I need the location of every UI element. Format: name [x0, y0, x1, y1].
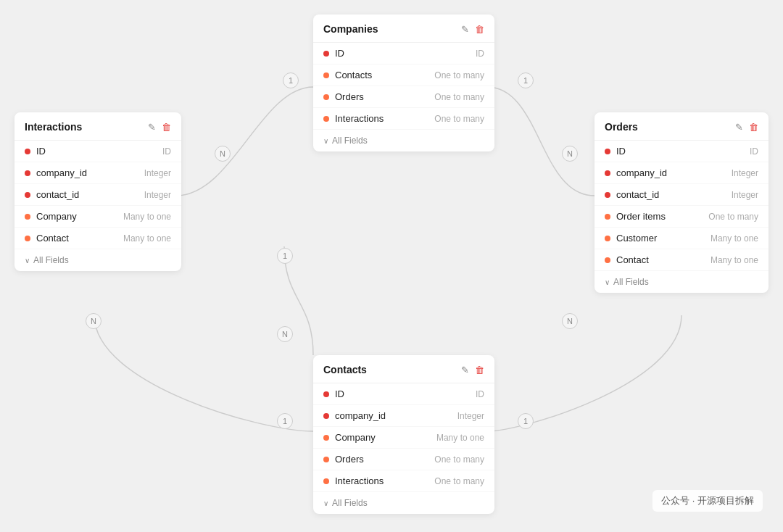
- dot: [605, 214, 610, 220]
- contacts-field-id: ID ID: [313, 383, 494, 405]
- dot: [323, 51, 329, 57]
- interactions-header: Interactions ✎ 🗑: [14, 112, 181, 141]
- dot: [25, 214, 30, 220]
- orders-header: Orders ✎ 🗑: [594, 112, 768, 141]
- companies-actions: ✎ 🗑: [461, 24, 484, 35]
- interactions-title: Interactions: [25, 121, 82, 133]
- node-label-1a: 1: [283, 72, 299, 88]
- orders-field-id: ID ID: [594, 141, 768, 162]
- dot: [605, 192, 610, 198]
- dot: [323, 116, 329, 122]
- interactions-all-fields[interactable]: ∨ All Fields: [14, 249, 181, 271]
- companies-header: Companies ✎ 🗑: [313, 14, 494, 43]
- interactions-dot-id: [25, 149, 30, 154]
- companies-delete-icon[interactable]: 🗑: [475, 24, 484, 35]
- orders-field-contact: Contact Many to one: [594, 249, 768, 271]
- orders-all-fields[interactable]: ∨ All Fields: [594, 271, 768, 293]
- companies-field-id: ID ID: [313, 43, 494, 65]
- dot: [323, 72, 329, 78]
- companies-field-orders: Orders One to many: [313, 86, 494, 108]
- companies-edit-icon[interactable]: ✎: [461, 24, 469, 35]
- node-label-nb: N: [562, 146, 578, 162]
- contacts-delete-icon[interactable]: 🗑: [475, 365, 484, 375]
- interactions-field-company: Company Many to one: [14, 206, 181, 228]
- companies-field-contacts: Contacts One to many: [313, 65, 494, 86]
- dot: [323, 391, 329, 397]
- watermark: 公众号 · 开源项目拆解: [652, 490, 763, 512]
- contacts-actions: ✎ 🗑: [461, 365, 484, 375]
- dot: [605, 149, 610, 154]
- dot: [25, 192, 30, 198]
- interactions-field-company-id: company_id Integer: [14, 162, 181, 184]
- orders-delete-icon[interactable]: 🗑: [749, 122, 758, 133]
- dot: [323, 457, 329, 462]
- dot: [605, 236, 610, 241]
- contacts-field-orders: Orders One to many: [313, 449, 494, 470]
- contacts-chevron-icon: ∨: [323, 499, 328, 507]
- interactions-delete-icon[interactable]: 🗑: [162, 122, 171, 133]
- node-label-nd2: N: [86, 313, 102, 329]
- contacts-field-interactions: Interactions One to many: [313, 470, 494, 492]
- companies-chevron-icon: ∨: [323, 137, 328, 145]
- orders-card: Orders ✎ 🗑 ID ID company_id Integer cont…: [594, 112, 768, 293]
- dot: [323, 478, 329, 484]
- node-label-1c: 1: [277, 248, 293, 264]
- companies-field-interactions: Interactions One to many: [313, 108, 494, 130]
- interactions-chevron-icon: ∨: [25, 257, 30, 265]
- dot: [323, 435, 329, 441]
- node-label-1e: 1: [518, 413, 534, 429]
- contacts-card: Contacts ✎ 🗑 ID ID company_id Integer Co…: [313, 355, 494, 514]
- node-label-nc: N: [277, 326, 293, 342]
- companies-card: Companies ✎ 🗑 ID ID Contacts One to many…: [313, 14, 494, 151]
- companies-title: Companies: [323, 23, 378, 35]
- orders-chevron-icon: ∨: [605, 278, 610, 286]
- dot: [25, 236, 30, 241]
- interactions-card: Interactions ✎ 🗑 ID ID company_id Intege…: [14, 112, 181, 271]
- contacts-all-fields[interactable]: ∨ All Fields: [313, 492, 494, 514]
- node-label-ne: N: [562, 313, 578, 329]
- node-label-na: N: [215, 146, 231, 162]
- interactions-field-contact: Contact Many to one: [14, 228, 181, 249]
- contacts-field-company-id: company_id Integer: [313, 405, 494, 427]
- contacts-field-company: Company Many to one: [313, 427, 494, 449]
- contacts-header: Contacts ✎ 🗑: [313, 355, 494, 383]
- orders-field-contact-id: contact_id Integer: [594, 184, 768, 206]
- dot: [605, 170, 610, 176]
- node-label-1d: 1: [277, 413, 293, 429]
- interactions-edit-icon[interactable]: ✎: [148, 122, 156, 133]
- canvas: 1 N 1 N 1 N N 1 N 1 Interactions ✎ 🗑 ID …: [0, 0, 783, 532]
- contacts-title: Contacts: [323, 364, 367, 375]
- interactions-actions: ✎ 🗑: [148, 122, 171, 133]
- orders-field-order-items: Order items One to many: [594, 206, 768, 228]
- dot: [25, 170, 30, 176]
- dot: [323, 94, 329, 100]
- companies-all-fields[interactable]: ∨ All Fields: [313, 130, 494, 151]
- orders-field-customer: Customer Many to one: [594, 228, 768, 249]
- dot: [323, 413, 329, 419]
- contacts-edit-icon[interactable]: ✎: [461, 365, 469, 375]
- node-label-1b: 1: [518, 72, 534, 88]
- orders-title: Orders: [605, 121, 638, 133]
- interactions-field-id: ID ID: [14, 141, 181, 162]
- orders-actions: ✎ 🗑: [735, 122, 758, 133]
- interactions-field-contact-id: contact_id Integer: [14, 184, 181, 206]
- orders-field-company-id: company_id Integer: [594, 162, 768, 184]
- orders-edit-icon[interactable]: ✎: [735, 122, 743, 133]
- dot: [605, 257, 610, 263]
